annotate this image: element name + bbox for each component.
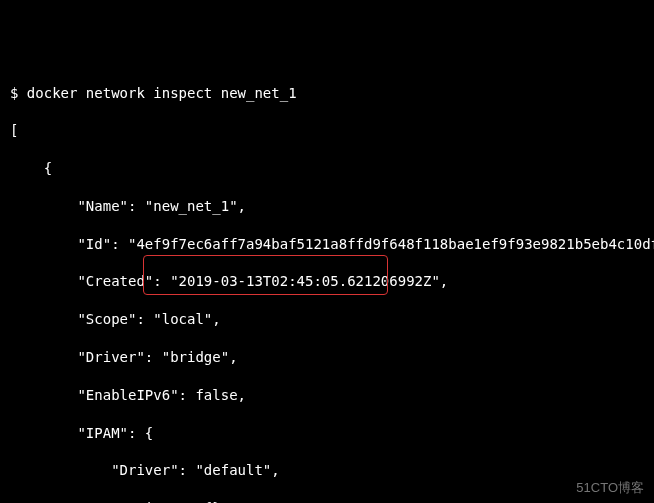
- output-ipam-options: "Options": {},: [10, 499, 644, 503]
- output-driver: "Driver": "bridge",: [10, 348, 644, 367]
- command-line: $ docker network inspect new_net_1: [10, 84, 644, 103]
- output-name: "Name": "new_net_1",: [10, 197, 644, 216]
- watermark-text: 51CTO博客: [576, 479, 644, 497]
- output-scope: "Scope": "local",: [10, 310, 644, 329]
- highlight-annotation: [143, 255, 388, 295]
- command-text: docker network inspect new_net_1: [27, 85, 297, 101]
- output-line: {: [10, 159, 644, 178]
- output-ipam-open: "IPAM": {: [10, 424, 644, 443]
- output-enableipv6: "EnableIPv6": false,: [10, 386, 644, 405]
- output-ipam-driver: "Driver": "default",: [10, 461, 644, 480]
- output-id: "Id": "4ef9f7ec6aff7a94baf5121a8ffd9f648…: [10, 235, 644, 254]
- prompt: $: [10, 85, 27, 101]
- output-line: [: [10, 121, 644, 140]
